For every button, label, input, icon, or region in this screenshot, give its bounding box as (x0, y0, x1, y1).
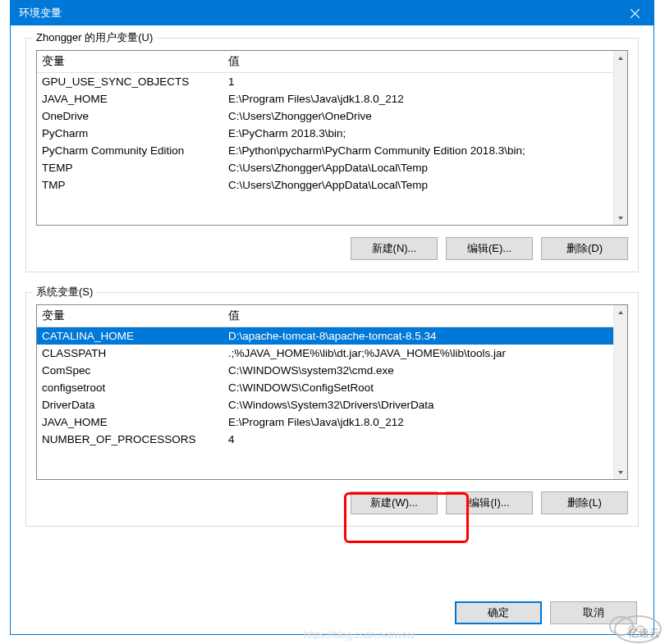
user-scrollbar[interactable] (613, 51, 627, 225)
table-row[interactable]: CLASSPATH.;%JAVA_HOME%\lib\dt.jar;%JAVA_… (37, 345, 613, 362)
scroll-track[interactable] (614, 319, 627, 465)
var-value-cell: C:\WINDOWS\system32\cmd.exe (223, 362, 613, 379)
system-variables-table-container: 变量 值 CATALINA_HOMED:\apache-tomcat-8\apa… (36, 304, 628, 480)
table-row[interactable]: DriverDataC:\Windows\System32\Drivers\Dr… (37, 396, 613, 413)
table-header-row: 变量 值 (37, 305, 613, 327)
table-row[interactable]: PyCharmE:\PyCharm 2018.3\bin; (37, 125, 613, 142)
header-value[interactable]: 值 (223, 305, 613, 327)
var-name-cell: ComSpec (37, 362, 223, 379)
user-edit-button[interactable]: 编辑(E)... (446, 237, 533, 260)
header-name[interactable]: 变量 (37, 305, 223, 327)
var-name-cell: DriverData (37, 396, 223, 413)
user-variables-legend: Zhongger 的用户变量(U) (33, 30, 156, 45)
var-value-cell: 4 (223, 431, 613, 448)
var-name-cell: configsetroot (37, 379, 223, 396)
var-name-cell: GPU_USE_SYNC_OBJECTS (37, 73, 223, 91)
var-value-cell: E:\Program Files\Java\jdk1.8.0_212 (223, 413, 613, 431)
system-new-button[interactable]: 新建(W)... (351, 491, 438, 514)
close-button[interactable] (617, 1, 654, 25)
var-value-cell: E:\PyCharm 2018.3\bin; (223, 125, 613, 142)
table-row[interactable]: JAVA_HOMEE:\Program Files\Java\jdk1.8.0_… (37, 413, 613, 431)
var-name-cell: TMP (37, 176, 223, 194)
dialog-content: Zhongger 的用户变量(U) 变量 值 GPU_USE_SYNC_OBJE… (11, 25, 654, 634)
table-row[interactable]: ComSpecC:\WINDOWS\system32\cmd.exe (37, 362, 613, 379)
scroll-down-icon[interactable] (614, 211, 627, 225)
var-value-cell: C:\Users\Zhongger\OneDrive (223, 107, 613, 125)
header-value[interactable]: 值 (223, 51, 613, 73)
table-row[interactable]: TEMPC:\Users\Zhongger\AppData\Local\Temp (37, 159, 613, 176)
env-var-dialog: 环境变量 Zhongger 的用户变量(U) 变量 值 GPU_ (10, 0, 654, 635)
scroll-up-icon[interactable] (614, 51, 627, 65)
var-name-cell: JAVA_HOME (37, 90, 223, 107)
var-name-cell: OneDrive (37, 107, 223, 125)
table-row[interactable]: PyCharm Community EditionE:\Python\pycha… (37, 142, 613, 159)
var-name-cell: TEMP (37, 159, 223, 176)
var-name-cell: NUMBER_OF_PROCESSORS (37, 431, 223, 448)
system-variables-group: 系统变量(S) 变量 值 CATALINA_HOMED:\apache-tomc… (25, 292, 639, 527)
system-button-row: 新建(W)... 编辑(I)... 删除(L) (36, 491, 628, 514)
var-value-cell: E:\Program Files\Java\jdk1.8.0_212 (223, 90, 613, 107)
user-delete-button[interactable]: 删除(D) (541, 237, 628, 260)
user-button-row: 新建(N)... 编辑(E)... 删除(D) (36, 237, 628, 260)
header-name[interactable]: 变量 (37, 51, 223, 73)
dialog-button-row: 确定 取消 (25, 601, 639, 624)
var-name-cell: PyCharm (37, 125, 223, 142)
var-name-cell: JAVA_HOME (37, 413, 223, 431)
var-value-cell: C:\WINDOWS\ConfigSetRoot (223, 379, 613, 396)
system-variables-legend: 系统变量(S) (33, 285, 96, 299)
user-variables-table: 变量 值 GPU_USE_SYNC_OBJECTS1JAVA_HOMEE:\Pr… (37, 51, 613, 194)
var-name-cell: CLASSPATH (37, 345, 223, 362)
var-value-cell: C:\Users\Zhongger\AppData\Local\Temp (223, 176, 613, 194)
user-table-scroll[interactable]: 变量 值 GPU_USE_SYNC_OBJECTS1JAVA_HOMEE:\Pr… (37, 51, 613, 225)
user-new-button[interactable]: 新建(N)... (351, 237, 438, 260)
table-row[interactable]: configsetrootC:\WINDOWS\ConfigSetRoot (37, 379, 613, 396)
close-icon (631, 9, 640, 18)
window-title: 环境变量 (19, 6, 62, 21)
system-edit-button[interactable]: 编辑(I)... (446, 491, 533, 514)
user-variables-group: Zhongger 的用户变量(U) 变量 值 GPU_USE_SYNC_OBJE… (25, 38, 639, 272)
var-value-cell: C:\Windows\System32\Drivers\DriverData (223, 396, 613, 413)
table-row[interactable]: NUMBER_OF_PROCESSORS4 (37, 431, 613, 448)
table-header-row: 变量 值 (37, 51, 613, 73)
scroll-down-icon[interactable] (614, 465, 627, 479)
var-name-cell: PyCharm Community Edition (37, 142, 223, 159)
ok-button[interactable]: 确定 (455, 601, 542, 624)
titlebar: 环境变量 (11, 1, 654, 25)
table-row[interactable]: OneDriveC:\Users\Zhongger\OneDrive (37, 107, 613, 125)
cancel-button[interactable]: 取消 (550, 601, 637, 624)
var-name-cell: CATALINA_HOME (37, 327, 223, 345)
var-value-cell: 1 (223, 73, 613, 91)
system-variables-table: 变量 值 CATALINA_HOMED:\apache-tomcat-8\apa… (37, 305, 613, 448)
var-value-cell: C:\Users\Zhongger\AppData\Local\Temp (223, 159, 613, 176)
scroll-up-icon[interactable] (614, 305, 627, 319)
var-value-cell: D:\apache-tomcat-8\apache-tomcat-8.5.34 (223, 327, 613, 345)
var-value-cell: E:\Python\pycharm\PyCharm Community Edit… (223, 142, 613, 159)
var-value-cell: .;%JAVA_HOME%\lib\dt.jar;%JAVA_HOME%\lib… (223, 345, 613, 362)
table-row[interactable]: TMPC:\Users\Zhongger\AppData\Local\Temp (37, 176, 613, 194)
system-scrollbar[interactable] (613, 305, 627, 479)
table-row[interactable]: CATALINA_HOMED:\apache-tomcat-8\apache-t… (37, 327, 613, 345)
scroll-track[interactable] (614, 65, 627, 211)
system-table-scroll[interactable]: 变量 值 CATALINA_HOMED:\apache-tomcat-8\apa… (37, 305, 613, 479)
system-delete-button[interactable]: 删除(L) (541, 491, 628, 514)
table-row[interactable]: JAVA_HOMEE:\Program Files\Java\jdk1.8.0_… (37, 90, 613, 107)
user-variables-table-container: 变量 值 GPU_USE_SYNC_OBJECTS1JAVA_HOMEE:\Pr… (36, 50, 628, 226)
table-row[interactable]: GPU_USE_SYNC_OBJECTS1 (37, 73, 613, 91)
